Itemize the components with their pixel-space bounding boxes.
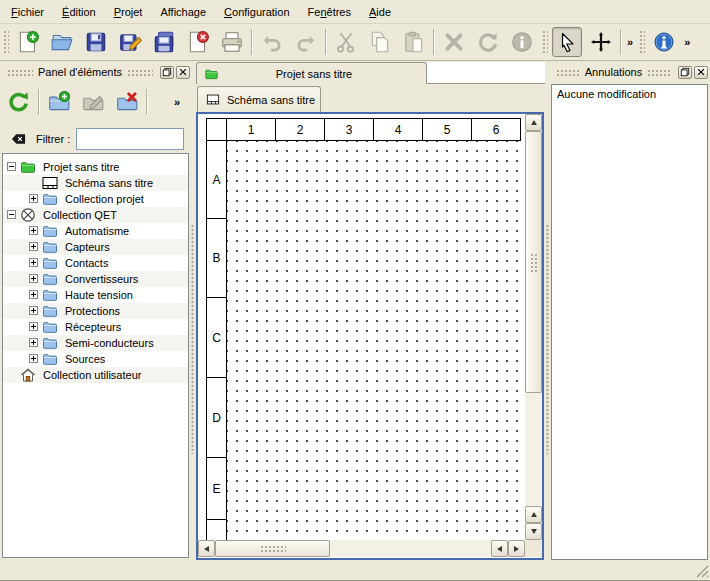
undo-list[interactable]: Aucune modification	[551, 84, 708, 560]
print-icon	[220, 30, 244, 54]
undo-button[interactable]	[257, 27, 287, 57]
tools-overflow-chevron[interactable]: »	[627, 36, 633, 48]
elements-tree: Projet sans titreSchéma sans titreCollec…	[2, 153, 189, 558]
close-button[interactable]	[694, 66, 708, 79]
copy-button[interactable]	[365, 27, 395, 57]
collapse-minus-icon[interactable]	[7, 162, 16, 171]
tree-item-projet-sans-titre[interactable]: Projet sans titre	[3, 159, 188, 175]
expand-plus-icon[interactable]	[29, 226, 38, 235]
object-info-button[interactable]	[507, 27, 537, 57]
tree-item-label: Sources	[65, 351, 105, 367]
expand-plus-icon[interactable]	[29, 194, 38, 203]
tree-item-protections[interactable]: Protections	[3, 303, 188, 319]
help-toolbar-handle[interactable]	[638, 29, 645, 55]
new-document-button[interactable]	[13, 27, 43, 57]
window-resize-grip[interactable]	[695, 564, 709, 578]
delete-category-button[interactable]	[112, 87, 142, 117]
paste-button[interactable]	[399, 27, 429, 57]
horizontal-scroll-thumb[interactable]	[215, 540, 330, 557]
column-header-3: 3	[324, 118, 374, 141]
redo-button[interactable]	[291, 27, 321, 57]
menu-projet[interactable]: Projet	[105, 1, 152, 23]
scroll-left-button-2[interactable]	[491, 540, 508, 557]
undo-panel-titlebar[interactable]: Annulations	[551, 64, 708, 80]
close-document-icon	[186, 30, 210, 54]
collapse-minus-icon[interactable]	[7, 210, 16, 219]
dock-grip	[127, 69, 153, 76]
right-arrow-icon	[514, 546, 519, 552]
vertical-scrollbar[interactable]	[525, 114, 542, 540]
open-document-button[interactable]	[47, 27, 77, 57]
tree-item-collection-utilisateur[interactable]: Collection utilisateur	[3, 367, 188, 383]
expand-plus-icon[interactable]	[29, 322, 38, 331]
new-category-button[interactable]	[44, 87, 74, 117]
clear-filter-button[interactable]	[6, 129, 30, 149]
left-splitter[interactable]	[190, 64, 195, 558]
menu-edition[interactable]: Édition	[53, 1, 105, 23]
tree-item-collection-qet[interactable]: Collection QET	[3, 207, 188, 223]
info-blue-button[interactable]	[649, 27, 679, 57]
rotate-button[interactable]	[473, 27, 503, 57]
menu-fichier[interactable]: Fichier	[2, 1, 53, 23]
tree-item-capteurs[interactable]: Capteurs	[3, 239, 188, 255]
tree-item-collection-projet[interactable]: Collection projet	[3, 191, 188, 207]
menu-fenetres[interactable]: Fenêtres	[299, 1, 360, 23]
edit-category-button[interactable]	[78, 87, 108, 117]
expand-plus-icon[interactable]	[29, 306, 38, 315]
menu-aide[interactable]: Aide	[360, 1, 400, 23]
close-document-button[interactable]	[183, 27, 213, 57]
save-as-button[interactable]	[115, 27, 145, 57]
delete-button[interactable]	[439, 27, 469, 57]
scroll-up-button[interactable]	[525, 114, 542, 131]
tree-item-recepteurs[interactable]: Récepteurs	[3, 319, 188, 335]
tree-item-semi-conducteurs[interactable]: Semi-conducteurs	[3, 335, 188, 351]
tree-item-convertisseurs[interactable]: Convertisseurs	[3, 271, 188, 287]
expand-plus-icon[interactable]	[29, 338, 38, 347]
home-icon	[20, 367, 36, 383]
vertical-scroll-thumb[interactable]	[525, 131, 542, 393]
expand-plus-icon[interactable]	[29, 354, 38, 363]
help-overflow-chevron[interactable]: »	[684, 36, 690, 48]
reload-collections-button[interactable]	[4, 87, 34, 117]
expand-plus-icon[interactable]	[29, 242, 38, 251]
expand-plus-icon[interactable]	[29, 290, 38, 299]
tree-item-sources[interactable]: Sources	[3, 351, 188, 367]
save-all-button[interactable]	[149, 27, 179, 57]
tree-item-contacts[interactable]: Contacts	[3, 255, 188, 271]
tree-item-automatisme[interactable]: Automatisme	[3, 223, 188, 239]
save-as-icon	[118, 30, 142, 54]
tab-schema[interactable]: Schéma sans titre	[197, 86, 321, 112]
folder-blue-icon	[42, 319, 58, 335]
cut-button[interactable]	[331, 27, 361, 57]
right-splitter[interactable]	[545, 64, 550, 558]
scroll-up-button-2[interactable]	[525, 506, 542, 523]
scroll-right-button[interactable]	[508, 540, 525, 557]
tab-project[interactable]: Projet sans titre	[196, 62, 427, 84]
scroll-down-button[interactable]	[525, 523, 542, 540]
float-button[interactable]	[678, 66, 692, 79]
tools-toolbar-handle[interactable]	[541, 29, 548, 55]
scroll-left-button[interactable]	[198, 540, 215, 557]
undo-list-item[interactable]: Aucune modification	[552, 85, 707, 103]
elements-panel-titlebar[interactable]: Panel d'éléments	[2, 64, 190, 80]
tree-item-haute-tension[interactable]: Haute tension	[3, 287, 188, 303]
horizontal-scrollbar[interactable]	[198, 540, 525, 557]
diagram-view[interactable]: 123456ABCDE	[196, 112, 544, 560]
elements-toolbar-overflow-chevron[interactable]: »	[174, 96, 180, 108]
save-button[interactable]	[81, 27, 111, 57]
filter-input[interactable]	[76, 128, 184, 150]
expand-plus-icon[interactable]	[29, 258, 38, 267]
close-button[interactable]	[176, 66, 190, 79]
menubar: FichierÉditionProjetAffichageConfigurati…	[0, 0, 710, 24]
diagram-corner-cell	[206, 118, 227, 141]
tree-item-schema-sans-titre[interactable]: Schéma sans titre	[3, 175, 188, 191]
file-toolbar-handle[interactable]	[2, 29, 9, 55]
expand-plus-icon[interactable]	[29, 274, 38, 283]
menu-affichage[interactable]: Affichage	[151, 1, 215, 23]
selection-arrow-button[interactable]	[552, 27, 582, 57]
close-window-icon	[696, 67, 706, 77]
menu-configuration[interactable]: Configuration	[215, 1, 298, 23]
float-button[interactable]	[160, 66, 174, 79]
move-tool-button[interactable]	[586, 27, 616, 57]
print-button[interactable]	[217, 27, 247, 57]
